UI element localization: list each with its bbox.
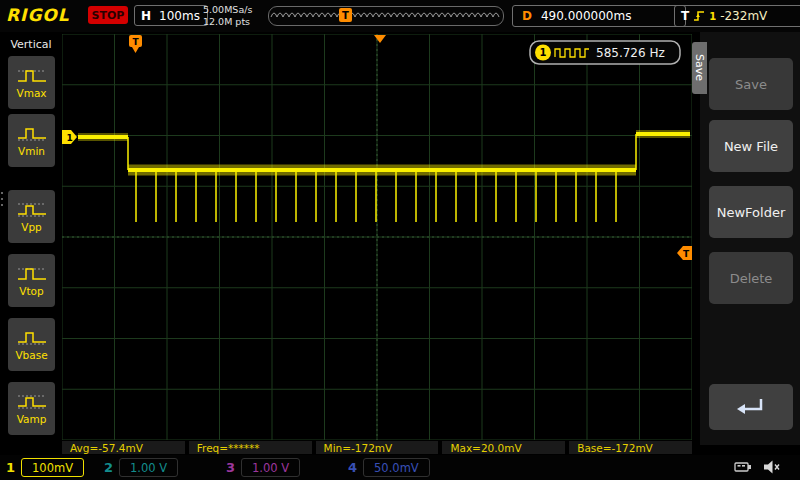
vbase-icon [16,329,48,347]
menu-button-label: Vtop [19,285,43,297]
usb-icon [733,458,753,476]
delay-label: D [522,9,532,23]
menu-button-vtop[interactable]: Vtop [8,254,55,307]
svg-text:T: T [683,249,690,259]
channel-2-status[interactable]: 2 1.00 V [104,457,178,478]
sample-rate: 5.00MSa/s [203,4,252,16]
measurement-freq: Freq=****** [189,441,312,454]
horizontal-scale-value: 100ms [159,9,200,23]
return-arrow-icon [735,396,767,418]
channel-1-status[interactable]: 1 100mV [6,457,84,478]
menu-button-delete[interactable]: Delete [709,252,793,304]
channel-number: 4 [348,460,357,475]
measurement-min: Min=-172mV [316,441,439,454]
thumbnail-waveform [271,13,499,17]
left-measure-menu: Vertical Vmax Vmin Vpp [0,32,62,455]
trigger-label: T [681,9,689,23]
menu-button-label: Vmin [18,145,45,157]
measurement-base: Base=-172mV [569,441,692,454]
menu-scroll-indicator [1,192,3,206]
menu-button-vamp[interactable]: Vamp [8,382,55,435]
menu-button-vmax[interactable]: Vmax [8,56,55,109]
ch1-waveform [78,134,690,222]
waveform-position-bar[interactable]: T [268,6,504,26]
menu-button-label: Vmax [16,87,46,99]
trigger-position-flag[interactable]: T [129,35,142,53]
oscilloscope-screen: RIGOL STOP H 100ms 5.00MSa/s 12.0M pts T… [0,0,800,480]
channel-scale: 50.0mV [363,458,430,477]
channel-scale: 1.00 V [241,458,300,477]
channel-number: 3 [226,460,235,475]
measurement-avg: Avg=-57.4mV [62,441,185,454]
channel-3-status[interactable]: 3 1.00 V [226,457,300,478]
delay-readout-box: D 490.000000ms [512,5,686,27]
channel-status-bar: 1 100mV 2 1.00 V 3 1.00 V 4 50.0mV [0,455,800,480]
soft-menu-panel: Save New File NewFolder Delete [700,32,800,445]
graticule-area: T 1 585.726 Hz 1 T [62,34,692,440]
top-status-bar: RIGOL STOP H 100ms 5.00MSa/s 12.0M pts T… [0,0,800,32]
menu-button-new-file[interactable]: New File [709,120,793,172]
trigger-level-marker[interactable]: T [677,246,692,260]
freq-counter-badge: 1 585.726 Hz [530,41,680,64]
trigger-readout-box: T 1 -232mV [674,5,800,27]
trigger-position-handle[interactable]: T [339,8,352,22]
vmin-icon [16,125,48,143]
channel-number: 1 [6,460,15,475]
menu-tab-save[interactable]: Save [692,42,707,94]
delay-value: 490.000000ms [541,9,631,23]
channel-number: 2 [104,460,113,475]
acquisition-info: 5.00MSa/s 12.0M pts [203,4,252,28]
horizontal-scale-box[interactable]: H 100ms [134,5,208,26]
menu-button-newfolder[interactable]: NewFolder [709,186,793,238]
measurement-strip: Avg=-57.4mV Freq=****** Min=-172mV Max=2… [62,441,692,454]
svg-text:1: 1 [540,47,547,58]
measurement-max: Max=20.0mV [442,441,565,454]
run-state-badge[interactable]: STOP [88,6,128,24]
grid [62,34,692,440]
menu-button-vbase[interactable]: Vbase [8,318,55,371]
menu-button-label: Vamp [17,413,47,425]
freq-counter-value: 585.726 Hz [596,46,665,60]
trigger-source: 1 [709,11,716,22]
menu-button-vmin[interactable]: Vmin [8,114,55,167]
trigger-time-marker[interactable] [374,35,386,43]
horizontal-label: H [141,9,151,23]
menu-button-back[interactable] [709,384,793,430]
vpp-icon [16,201,48,219]
svg-text:1: 1 [67,133,73,143]
menu-button-label: Vpp [21,221,42,233]
ch1-level-marker[interactable]: 1 [62,130,77,144]
speaker-muted-icon[interactable] [762,458,782,476]
vamp-icon [16,393,48,411]
svg-text:T: T [132,37,139,47]
menu-button-save[interactable]: Save [709,58,793,110]
vtop-icon [16,265,48,283]
channel-scale: 1.00 V [119,458,178,477]
vmax-icon [16,67,48,85]
channel-4-status[interactable]: 4 50.0mV [348,457,430,478]
rigol-logo: RIGOL [6,5,70,25]
channel-scale: 100mV [21,458,84,477]
menu-button-label: Vbase [15,349,47,361]
trigger-level-value: -232mV [720,9,767,23]
menu-button-vpp[interactable]: Vpp [8,190,55,243]
memory-depth: 12.0M pts [203,16,252,28]
left-menu-title: Vertical [0,32,62,51]
svg-text:T: T [342,10,349,21]
trigger-edge-icon [693,9,705,23]
